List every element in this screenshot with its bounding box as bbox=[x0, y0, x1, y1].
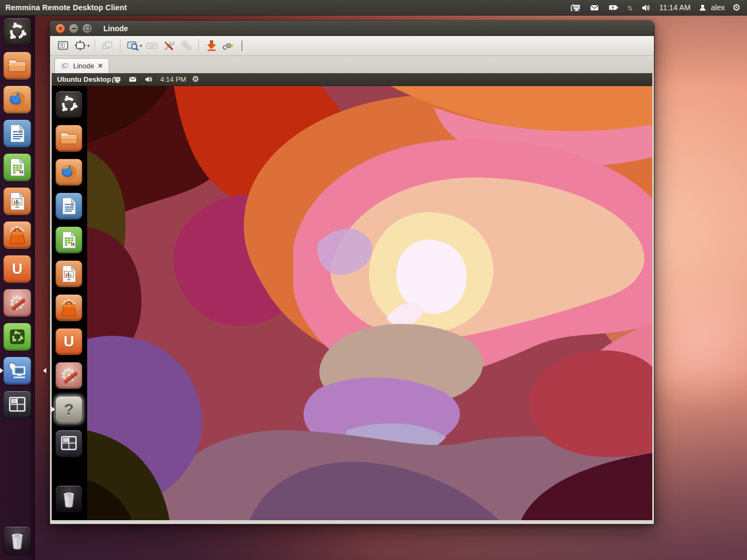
keyboard-icon bbox=[145, 39, 158, 52]
remote-viewport: Ubuntu Desktop 4:14 PM ⚙ U ⚙ ? bbox=[52, 73, 652, 520]
minimize-icon bbox=[72, 28, 76, 29]
launcher-item-workspace-switcher[interactable] bbox=[3, 391, 31, 419]
top-panel: Remmina Remote Desktop Client ↑↓ 11:14 A… bbox=[0, 0, 747, 16]
running-indicator-arrow bbox=[0, 368, 3, 373]
window-titlebar[interactable]: × Linode bbox=[50, 21, 654, 36]
resize-window-icon bbox=[57, 39, 69, 52]
remmina-toolbar: ▾ ▾ bbox=[50, 36, 654, 56]
remote-unity-launcher: U ⚙ ? bbox=[52, 86, 87, 520]
chevron-down-icon[interactable]: ▾ bbox=[140, 43, 143, 48]
launcher-item-libreoffice-writer[interactable] bbox=[3, 119, 31, 147]
active-app-title: Remmina Remote Desktop Client bbox=[0, 3, 127, 12]
remote-launcher-item-unknown-app[interactable]: ? bbox=[55, 396, 82, 423]
remote-launcher-item-dash-home[interactable] bbox=[55, 91, 82, 118]
launcher-item-home-folder[interactable] bbox=[3, 52, 31, 80]
launcher-item-remmina[interactable] bbox=[3, 357, 31, 385]
remote-launcher-item-home-folder[interactable] bbox=[55, 125, 82, 152]
window-title: Linode bbox=[103, 24, 128, 33]
remote-launcher-item-software-center[interactable] bbox=[55, 294, 82, 321]
clock[interactable]: 11:14 AM bbox=[659, 3, 690, 12]
launcher-item-libreoffice-calc[interactable] bbox=[3, 153, 31, 181]
ubuntu-logo-icon bbox=[6, 21, 28, 42]
toolbar-separator bbox=[199, 39, 199, 53]
launcher-item-dash-home[interactable] bbox=[3, 18, 31, 46]
minimize-to-tray-button[interactable] bbox=[203, 38, 220, 53]
indicator-tray: ↑↓ 11:14 AM alex ⚙ bbox=[569, 2, 747, 13]
battery-icon[interactable] bbox=[608, 2, 619, 13]
ubuntu-one-u-icon: U bbox=[12, 261, 23, 278]
remote-launcher-item-libreoffice-writer[interactable] bbox=[55, 193, 82, 219]
duplicate-windows-icon bbox=[101, 39, 114, 52]
session-gear-icon[interactable]: ⚙ bbox=[732, 3, 741, 12]
impress-presentation-icon bbox=[59, 264, 79, 284]
remote-clock[interactable]: 4:14 PM bbox=[160, 75, 186, 83]
minimize-button[interactable] bbox=[69, 24, 79, 33]
maximize-button[interactable] bbox=[82, 24, 92, 33]
preferences-tools-button[interactable] bbox=[160, 38, 178, 53]
shopping-bag-icon bbox=[59, 297, 79, 318]
user-icon[interactable] bbox=[698, 3, 707, 12]
tab-bar: Linode × bbox=[50, 56, 654, 73]
focused-app-indicator-arrow bbox=[43, 368, 46, 373]
close-button[interactable]: × bbox=[55, 24, 65, 33]
duplicate-connection-button[interactable] bbox=[99, 38, 116, 53]
disconnect-button[interactable] bbox=[220, 38, 237, 53]
remote-launcher-item-trash[interactable] bbox=[55, 485, 82, 512]
volume-icon[interactable] bbox=[144, 75, 154, 84]
username[interactable]: alex bbox=[711, 3, 725, 12]
ubuntu-logo-icon bbox=[59, 94, 79, 115]
ubuntu-one-u-icon: U bbox=[64, 334, 74, 350]
tab-linode[interactable]: Linode × bbox=[54, 58, 109, 73]
magnifier-window-icon bbox=[126, 39, 139, 52]
remote-indicator-tray: 4:14 PM ⚙ bbox=[111, 75, 205, 84]
remote-launcher-item-system-settings[interactable]: ⚙ bbox=[55, 362, 82, 389]
toolbar-separator bbox=[95, 39, 95, 53]
tab-label: Linode bbox=[73, 62, 94, 70]
session-gear-icon[interactable]: ⚙ bbox=[192, 75, 199, 83]
green-ubuntu-icon bbox=[6, 326, 28, 348]
plug-icon bbox=[222, 39, 235, 52]
tab-close-icon[interactable]: × bbox=[98, 61, 103, 69]
firefox-icon bbox=[6, 89, 28, 110]
remmina-window: × Linode ▾ ▾ Linode × Ubuntu Desktop bbox=[50, 20, 654, 524]
scaled-mode-button[interactable] bbox=[124, 38, 142, 53]
remote-launcher-item-workspace-switcher[interactable] bbox=[55, 430, 82, 457]
maximize-icon bbox=[85, 26, 90, 31]
remote-launcher-item-firefox[interactable] bbox=[55, 159, 82, 186]
remote-launcher-item-libreoffice-calc[interactable] bbox=[55, 226, 82, 253]
launcher-item-libreoffice-impress[interactable] bbox=[3, 187, 31, 215]
remote-wallpaper bbox=[87, 86, 652, 520]
posterized-wallpaper-image bbox=[87, 86, 652, 520]
plugin-settings-button[interactable] bbox=[178, 38, 195, 53]
trash-icon bbox=[59, 488, 79, 509]
shopping-bag-icon bbox=[6, 224, 28, 246]
launcher-item-software-center[interactable] bbox=[3, 221, 31, 249]
volume-icon[interactable] bbox=[640, 3, 652, 13]
writer-document-icon bbox=[6, 123, 28, 144]
launcher-item-system-settings[interactable]: ⚙ bbox=[3, 289, 31, 317]
grab-keyboard-button[interactable] bbox=[143, 38, 160, 53]
tools-icon bbox=[163, 39, 175, 52]
trash-icon bbox=[6, 529, 28, 551]
running-indicator-arrow bbox=[52, 407, 55, 412]
remote-launcher-item-ubuntu-one[interactable]: U bbox=[55, 328, 82, 355]
fullscreen-button[interactable] bbox=[72, 38, 89, 53]
launcher-item-ubuntu-software[interactable] bbox=[3, 323, 31, 351]
chevron-down-icon[interactable]: ▾ bbox=[87, 43, 90, 48]
remote-top-panel: Ubuntu Desktop 4:14 PM ⚙ bbox=[52, 73, 652, 86]
unity-launcher: U ⚙ bbox=[0, 15, 35, 560]
remote-launcher-item-libreoffice-impress[interactable] bbox=[55, 260, 82, 287]
mail-icon[interactable] bbox=[589, 3, 600, 13]
network-icon[interactable] bbox=[569, 2, 581, 13]
sync-icon[interactable]: ↑↓ bbox=[627, 3, 633, 12]
launcher-item-trash[interactable] bbox=[3, 526, 31, 554]
toolbar-separator bbox=[120, 39, 121, 53]
network-icon[interactable] bbox=[111, 75, 122, 84]
launcher-item-firefox[interactable] bbox=[3, 86, 31, 114]
resize-to-remote-button[interactable] bbox=[54, 38, 72, 53]
launcher-item-ubuntu-one[interactable]: U bbox=[3, 255, 31, 283]
writer-document-icon bbox=[59, 196, 79, 216]
workspace-grid-icon bbox=[59, 433, 79, 453]
mail-icon[interactable] bbox=[128, 75, 138, 84]
folder-icon bbox=[6, 55, 28, 76]
